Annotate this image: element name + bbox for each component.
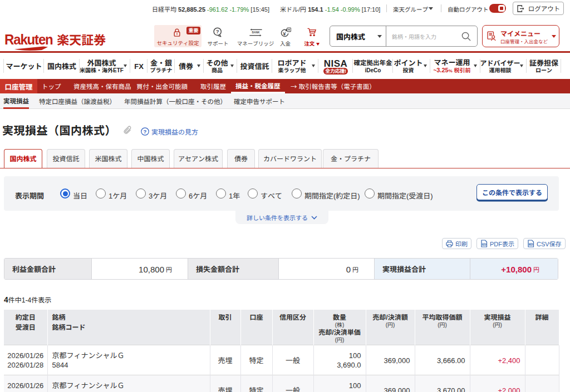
svg-text:?: ? [216,28,219,34]
svg-text:CSV: CSV [529,244,533,246]
svg-text:BANK: BANK [252,31,260,34]
svg-text:?: ? [144,128,147,135]
svg-text:PDF: PDF [482,244,486,246]
svg-text:¥: ¥ [283,30,286,36]
